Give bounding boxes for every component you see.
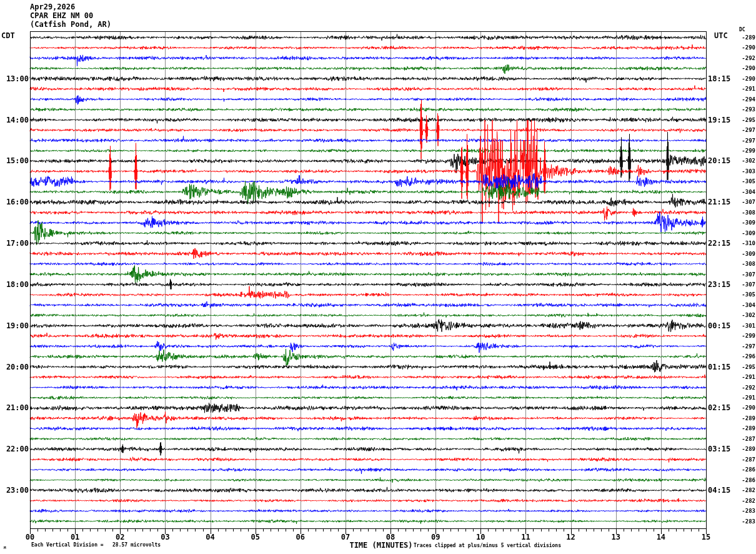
scale-note: Each Vertical Division = 28.57 microvolt… — [31, 542, 161, 548]
row-dc-offset: -286 — [735, 466, 755, 473]
row-time-label-cdt: 19:00 — [0, 321, 29, 330]
row-dc-offset: -303 — [735, 168, 755, 174]
row-time-label-cdt: 17:00 — [0, 239, 29, 248]
x-axis-tick-label: 12 — [562, 533, 580, 541]
row-dc-offset: -294 — [735, 96, 755, 103]
row-dc-offset: -293 — [735, 106, 755, 113]
row-time-label-cdt: 18:00 — [0, 280, 29, 289]
row-dc-offset: -301 — [735, 323, 755, 329]
x-axis-tick-label: 09 — [426, 533, 445, 541]
x-axis-tick-label: 14 — [652, 533, 670, 541]
row-dc-offset: -295 — [735, 364, 755, 370]
row-time-label-utc: 21:15 — [708, 198, 737, 206]
x-axis-tick-label: 00 — [21, 533, 39, 541]
row-dc-offset: -305 — [735, 178, 755, 184]
x-axis-tick-label: 05 — [246, 533, 265, 541]
logo-mark: M — [4, 545, 6, 550]
left-timezone-label: CDT — [1, 31, 15, 40]
header-location: (Catfish Pond, AR) — [30, 20, 111, 29]
row-time-label-utc: 22:15 — [708, 239, 737, 248]
row-time-label-cdt: 13:00 — [0, 74, 29, 83]
row-dc-offset: -290 — [735, 76, 755, 82]
x-axis-tick-label: 06 — [291, 533, 310, 541]
row-dc-offset: -282 — [735, 498, 755, 504]
row-time-label-utc: 23:15 — [708, 280, 737, 289]
row-time-label-cdt: 23:00 — [0, 486, 29, 495]
row-time-label-utc: 20:15 — [708, 156, 737, 165]
row-dc-offset: -292 — [735, 55, 755, 61]
row-time-label-cdt: 21:00 — [0, 403, 29, 412]
row-dc-offset: -299 — [735, 148, 755, 154]
row-dc-offset: -287 — [735, 436, 755, 442]
row-dc-offset: -282 — [735, 487, 755, 493]
row-dc-offset: -290 — [735, 405, 755, 411]
row-time-label-utc: 00:15 — [708, 321, 737, 330]
x-axis-tick-label: 11 — [516, 533, 535, 541]
row-dc-offset: -297 — [735, 343, 755, 350]
right-timezone-label: UTC — [714, 31, 728, 40]
x-axis-tick-label: 10 — [471, 533, 490, 541]
row-dc-offset: -289 — [735, 425, 755, 431]
row-dc-offset: -304 — [735, 189, 755, 195]
row-dc-offset: -308 — [735, 209, 755, 216]
x-axis-tick-label: 08 — [381, 533, 400, 541]
header-station: CPAR EHZ NM 00 — [30, 11, 93, 20]
row-dc-offset: -291 — [735, 374, 755, 380]
row-dc-offset: -308 — [735, 261, 755, 267]
dc-offset-header: DC — [739, 27, 745, 33]
row-dc-offset: -307 — [735, 271, 755, 278]
row-dc-offset: -297 — [735, 138, 755, 144]
row-dc-offset: -283 — [735, 508, 755, 514]
row-dc-offset: -297 — [735, 127, 755, 133]
row-dc-offset: -289 — [735, 446, 755, 452]
row-dc-offset: -291 — [735, 86, 755, 92]
row-dc-offset: -302 — [735, 158, 755, 164]
row-dc-offset: -283 — [735, 518, 755, 525]
label-overlay: Apr29,2026 CPAR EHZ NM 00 (Catfish Pond,… — [0, 0, 756, 554]
row-dc-offset: -307 — [735, 199, 755, 205]
row-time-label-cdt: 22:00 — [0, 445, 29, 453]
row-dc-offset: -304 — [735, 302, 755, 308]
row-time-label-utc: 01:15 — [708, 363, 737, 371]
row-time-label-utc: 03:15 — [708, 445, 737, 453]
row-dc-offset: -286 — [735, 477, 755, 483]
row-time-label-cdt: 14:00 — [0, 116, 29, 124]
row-dc-offset: -299 — [735, 333, 755, 339]
row-time-label-utc: 02:15 — [708, 403, 737, 412]
row-dc-offset: -291 — [735, 395, 755, 401]
row-time-label-cdt: 16:00 — [0, 198, 29, 206]
row-dc-offset: -295 — [735, 117, 755, 123]
row-dc-offset: -290 — [735, 44, 755, 51]
row-dc-offset: -302 — [735, 312, 755, 318]
row-dc-offset: -296 — [735, 353, 755, 360]
row-dc-offset: -305 — [735, 291, 755, 298]
row-time-label-utc: 19:15 — [708, 116, 737, 124]
row-dc-offset: -292 — [735, 385, 755, 391]
header-date: Apr29,2026 — [30, 3, 75, 11]
x-axis-tick-label: 13 — [607, 533, 625, 541]
x-axis-tick-label: 04 — [201, 533, 220, 541]
x-axis-title: TIME (MINUTES) — [337, 541, 425, 550]
row-dc-offset: -310 — [735, 240, 755, 246]
row-dc-offset: -309 — [735, 251, 755, 257]
row-time-label-cdt: 20:00 — [0, 363, 29, 371]
row-dc-offset: -289 — [735, 34, 755, 41]
row-time-label-cdt: 15:00 — [0, 156, 29, 165]
row-dc-offset: -290 — [735, 65, 755, 71]
x-axis-tick-label: 03 — [156, 533, 174, 541]
x-axis-tick-label: 15 — [697, 533, 715, 541]
x-axis-tick-label: 02 — [111, 533, 129, 541]
row-dc-offset: -309 — [735, 230, 755, 236]
row-time-label-utc: 04:15 — [708, 486, 737, 495]
x-axis-tick-label: 07 — [336, 533, 355, 541]
clip-note: Traces clipped at plus/minus 5 vertical … — [414, 543, 561, 548]
row-dc-offset: -309 — [735, 219, 755, 226]
row-dc-offset: -307 — [735, 281, 755, 288]
row-time-label-utc: 18:15 — [708, 74, 737, 83]
x-axis-tick-label: 01 — [66, 533, 84, 541]
helicorder-page: Apr29,2026 CPAR EHZ NM 00 (Catfish Pond,… — [0, 0, 756, 554]
row-dc-offset: -287 — [735, 456, 755, 463]
row-dc-offset: -289 — [735, 415, 755, 421]
